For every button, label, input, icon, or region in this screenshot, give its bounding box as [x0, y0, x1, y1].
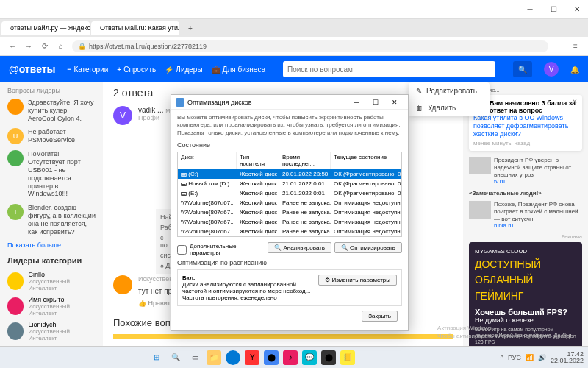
new-tab-button[interactable]: +: [182, 24, 198, 32]
site-header: @ответы ≡Категории +Спросить ⚡Лидеры 💼Дл…: [0, 56, 588, 82]
back-button[interactable]: ←: [4, 38, 21, 54]
notif-time: менее минуты назад: [473, 140, 578, 146]
table-row[interactable]: \\?\Volume{807d67...Жесткий дискРанее не…: [178, 198, 401, 208]
leader-item[interactable]: CirilloИскусственный Интеллект: [7, 271, 96, 291]
menu-delete[interactable]: 🗑Удалить: [409, 99, 490, 116]
advanced-params-check[interactable]: Дополнительные параметры: [177, 243, 268, 256]
logo[interactable]: @ответы: [9, 63, 56, 75]
schedule-panel: Вкл. Диски анализируются с запланированн…: [177, 269, 402, 306]
section-title: Лидеры категории: [7, 256, 96, 265]
trash-icon: 🗑: [416, 104, 423, 112]
address-bar: ← → ⟳ ⌂ 🔒 https://otvet.mail.ru/question…: [0, 37, 588, 56]
window-minimize[interactable]: ─: [519, 0, 541, 19]
bell-icon[interactable]: 🔔: [570, 66, 579, 74]
window-close[interactable]: ✕: [566, 0, 588, 19]
question-item[interactable]: UНе работает PSMoveService: [7, 128, 96, 144]
change-params-button[interactable]: ⚙Изменить параметры: [318, 275, 397, 286]
url-text: https://otvet.mail.ru/question/227782119: [89, 43, 207, 50]
table-row[interactable]: 🖴 (E:)Жесткий диск21.01.2022 0:01ОК (Фра…: [178, 188, 401, 198]
table-row[interactable]: \\?\Volume{807d67...Жесткий дискРанее не…: [178, 217, 401, 227]
context-menu: ✎Редактировать 🗑Удалить: [409, 82, 490, 116]
nav-ask[interactable]: +Спросить: [117, 66, 156, 74]
user-name[interactable]: vadik ...: [138, 106, 163, 114]
explorer-icon[interactable]: 📁: [207, 350, 221, 365]
show-more-link[interactable]: Показать больше: [7, 241, 96, 249]
leader-item[interactable]: Имя скрытоИскусственный Интеллект: [7, 296, 96, 316]
tab-label: ответы майл.ру — Яндекс наш...: [10, 24, 90, 32]
tray-chevron-icon[interactable]: ^: [501, 354, 503, 361]
ad-label: Реклама: [469, 234, 582, 239]
news-item[interactable]: Президент РФ уверен в надежной защите ст…: [469, 157, 582, 185]
extensions-button[interactable]: ⋯: [551, 38, 567, 54]
app-icon[interactable]: 💬: [302, 350, 317, 365]
dialog-titlebar: Оптимизация дисков ─ ☐ ✕: [171, 95, 408, 110]
avatar[interactable]: V: [113, 106, 132, 125]
user-avatar[interactable]: V: [544, 62, 559, 77]
start-button[interactable]: ⊞: [149, 350, 164, 365]
close-button[interactable]: Закрыть: [362, 311, 398, 322]
news-item[interactable]: «Замечательные люди!»: [469, 190, 582, 197]
nav-business[interactable]: 💼Для бизнеса: [212, 66, 265, 74]
optimize-drives-dialog: Оптимизация дисков ─ ☐ ✕ Вы можете оптим…: [171, 94, 409, 331]
search-icon[interactable]: 🔍: [168, 350, 183, 365]
left-sidebar: Вопросы-лидеры Здравствуйте! Я хочу купи…: [0, 82, 103, 368]
app-icon[interactable]: 📒: [340, 350, 355, 365]
window-maximize[interactable]: ☐: [542, 0, 564, 19]
search-button[interactable]: 🔍: [513, 61, 532, 77]
edge-icon[interactable]: [226, 350, 240, 365]
search-input[interactable]: [287, 66, 491, 74]
volume-icon[interactable]: 🔊: [538, 354, 546, 361]
taskbar: ⊞ 🔍 ▭ 📁 Y ⬤ ♪ 💬 ⬤ 📒 ^ РУС 📶 🔊 17:42 22.0…: [0, 346, 588, 368]
wifi-icon[interactable]: 📶: [526, 354, 534, 361]
news-item[interactable]: Похоже, Президент РФ снова поиграет в хо…: [469, 201, 582, 229]
app-icon[interactable]: ♪: [283, 350, 298, 365]
menu-edit[interactable]: ✎Редактировать: [409, 82, 490, 99]
close-icon[interactable]: ✕: [572, 98, 578, 105]
question-item[interactable]: Помогите! Отсутствует порт USB001 - не п…: [7, 150, 96, 198]
forward-button[interactable]: →: [21, 38, 37, 54]
taskbar-apps: ⊞ 🔍 ▭ 📁 Y ⬤ ♪ 💬 ⬤ 📒: [149, 350, 355, 365]
question-item[interactable]: TBlender, создаю фигуру, а в коллекции о…: [7, 204, 96, 236]
dialog-description: Вы можете оптимизировать диски, чтобы по…: [177, 114, 402, 137]
menu-button[interactable]: ≡: [567, 38, 584, 54]
news-thumb: [469, 157, 491, 174]
dialog-close[interactable]: ✕: [386, 99, 404, 106]
leader-item[interactable]: LionidychИскусственный Интеллект: [7, 321, 96, 342]
search-box: [283, 61, 495, 77]
clock[interactable]: 17:42 22.01.2022: [551, 351, 584, 364]
lock-icon: 🔒: [78, 43, 86, 50]
task-view-icon[interactable]: ▭: [187, 350, 202, 365]
lang-indicator[interactable]: РУС: [508, 354, 521, 361]
dialog-maximize[interactable]: ☐: [367, 99, 384, 106]
tab-yandex[interactable]: ответы майл.ру — Яндекс наш... ✕: [1, 21, 90, 35]
notif-link[interactable]: Какая утилита в ОС Windows позволяет деф…: [473, 114, 578, 138]
tab-mailru[interactable]: Ответы Mail.ru: Какая утилита в ✕: [91, 21, 179, 35]
table-row[interactable]: \\?\Volume{807d67...Жесткий дискРанее не…: [178, 208, 401, 217]
app-icon[interactable]: ⬤: [264, 350, 279, 365]
table-row[interactable]: 🖴 (C:)Жесткий диск20.01.2022 23:58ОК (Фр…: [178, 169, 401, 179]
browser-tabs: ответы майл.ру — Яндекс наш... ✕ Ответы …: [0, 19, 588, 37]
dialog-title: Оптимизация дисков: [187, 99, 252, 106]
refresh-button[interactable]: ⟳: [37, 38, 53, 54]
avatar[interactable]: [113, 275, 132, 294]
url-field[interactable]: 🔒 https://otvet.mail.ru/question/2277821…: [72, 40, 548, 52]
header-nav: ≡Категории +Спросить ⚡Лидеры 💼Для бизнес…: [68, 66, 265, 74]
optimize-button[interactable]: 🔍Оптимизировать: [334, 242, 402, 253]
activation-watermark: Активация Windows Чтобы активировать Win…: [437, 325, 576, 340]
table-row[interactable]: 🖴 Новый том (D:)Жесткий диск21.01.2022 0…: [178, 179, 401, 188]
home-button[interactable]: ⌂: [53, 38, 69, 54]
nav-categories[interactable]: ≡Категории: [68, 66, 109, 74]
window-titlebar: ─ ☐ ✕: [0, 0, 588, 19]
schedule-label: Оптимизация по расписанию: [177, 259, 402, 266]
analyze-button[interactable]: 🔍Анализировать: [268, 242, 331, 253]
tab-label: Ответы Mail.ru: Какая утилита в: [100, 24, 179, 32]
divider: [113, 334, 453, 339]
question-item[interactable]: Здравствуйте! Я хочу купить кулер AeroCo…: [7, 99, 96, 122]
app-icon[interactable]: Y: [245, 350, 259, 365]
state-label: Состояние: [177, 141, 402, 149]
table-row[interactable]: \\?\Volume{807d67...Жесткий дискРанее не…: [178, 227, 401, 236]
nav-leaders[interactable]: ⚡Лидеры: [165, 66, 202, 74]
dialog-minimize[interactable]: ─: [348, 99, 365, 106]
app-icon[interactable]: ⬤: [321, 350, 336, 365]
news-thumb: [469, 201, 491, 219]
